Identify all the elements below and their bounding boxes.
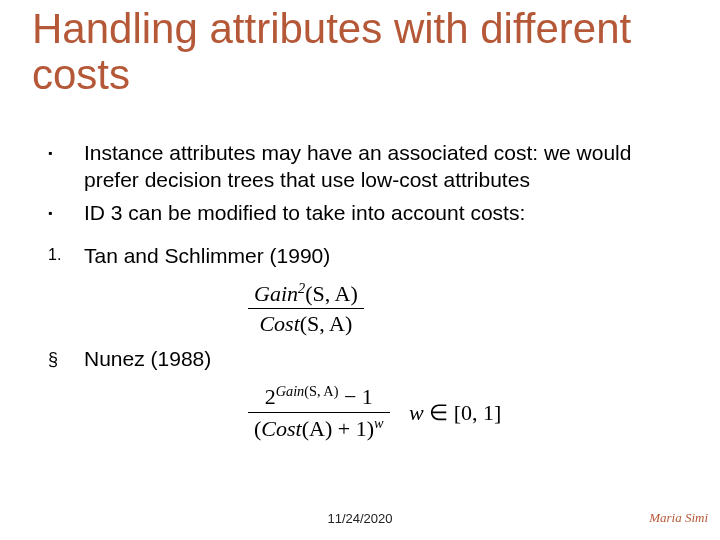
bullet-1: ▪ Instance attributes may have an associ…	[48, 140, 690, 194]
bullet-2: ▪ ID 3 can be modified to take into acco…	[48, 200, 690, 227]
cond-var: w	[409, 400, 424, 425]
numbered-1-text: Tan and Schlimmer (1990)	[84, 243, 690, 270]
cond-range: [0, 1]	[454, 400, 502, 425]
section-1-text: Nunez (1988)	[84, 346, 690, 373]
footer-date: 11/24/2020	[0, 511, 720, 526]
formula-nunez: 2Gain(S, A) − 1 (Cost(A) + 1)w w ∈ [0, 1…	[248, 383, 690, 441]
bullet-1-text: Instance attributes may have an associat…	[84, 140, 690, 194]
number-marker-1: 1.	[48, 243, 84, 265]
section-1: § Nunez (1988)	[48, 346, 690, 373]
exp-w: w	[374, 415, 384, 431]
w-condition: w ∈ [0, 1]	[409, 400, 501, 425]
cond-in: ∈	[424, 400, 454, 425]
minus: −	[338, 385, 361, 410]
slide-body: ▪ Instance attributes may have an associ…	[48, 140, 690, 442]
fraction-1-bar	[248, 308, 364, 309]
plus-one-close: + 1)	[332, 416, 374, 441]
fraction-1-denominator: Cost(S, A)	[248, 311, 364, 336]
fraction-2-numerator: 2Gain(S, A) − 1	[248, 383, 390, 410]
cost-text: Cost	[259, 311, 299, 336]
fraction-1: Gain2(S, A) Cost(S, A)	[248, 280, 364, 337]
footer-author: Maria Simi	[649, 510, 708, 526]
fraction-2-denominator: (Cost(A) + 1)w	[248, 415, 390, 442]
square-bullet-icon: ▪	[48, 140, 84, 161]
section-marker-icon: §	[48, 346, 84, 371]
fraction-2-bar	[248, 412, 390, 413]
base2: 2	[265, 385, 276, 410]
fraction-1-numerator: Gain2(S, A)	[248, 280, 364, 307]
one: 1	[362, 385, 373, 410]
bullet-2-text: ID 3 can be modified to take into accoun…	[84, 200, 690, 227]
numbered-1: 1. Tan and Schlimmer (1990)	[48, 243, 690, 270]
gain-args: (S, A)	[305, 281, 358, 306]
slide-title: Handling attributes with different costs	[32, 6, 700, 98]
square-bullet-icon: ▪	[48, 200, 84, 221]
gain-text: Gain	[254, 281, 298, 306]
cost-text-2: Cost	[261, 416, 301, 441]
cost-args: (S, A)	[300, 311, 353, 336]
cost-args-2: (A)	[302, 416, 333, 441]
formula-tan-schlimmer: Gain2(S, A) Cost(S, A)	[248, 280, 690, 337]
slide: Handling attributes with different costs…	[0, 0, 720, 540]
exp-gain: Gain(S, A)	[276, 383, 339, 399]
fraction-2: 2Gain(S, A) − 1 (Cost(A) + 1)w	[248, 383, 390, 441]
